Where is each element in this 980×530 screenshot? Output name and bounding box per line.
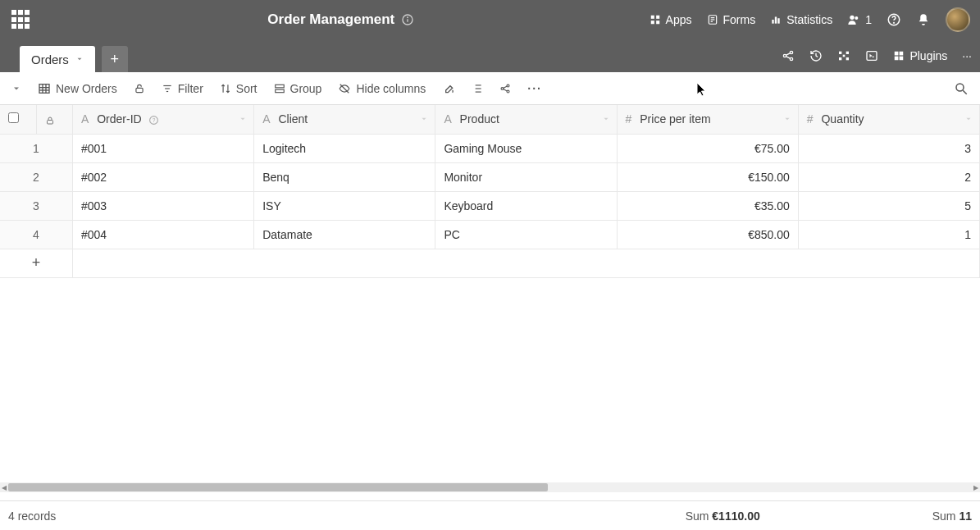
horizontal-scrollbar[interactable]: ◀ ▶ [0, 482, 980, 492]
history-icon[interactable] [809, 49, 823, 62]
table-row[interactable]: 1#001LogitechGaming Mouse€75.003 [0, 134, 980, 162]
svg-rect-5 [650, 21, 654, 24]
svg-rect-26 [846, 57, 849, 60]
column-header-lock[interactable] [36, 105, 72, 134]
grid-icon [38, 82, 51, 95]
cell-order-id[interactable]: #002 [72, 162, 253, 191]
cell-quantity[interactable]: 5 [798, 191, 979, 220]
scroll-track[interactable] [8, 483, 972, 491]
bell-icon[interactable] [916, 12, 931, 27]
table-row[interactable]: 2#002BenqMonitor€150.002 [0, 162, 980, 191]
row-number[interactable]: 3 [0, 191, 72, 220]
nav-statistics[interactable]: Statistics [770, 13, 832, 26]
cell-order-id[interactable]: #004 [72, 220, 253, 249]
cell-client[interactable]: Benq [254, 162, 435, 191]
column-header-product[interactable]: A Product [435, 105, 617, 134]
view-selector[interactable]: New Orders [38, 82, 117, 95]
cell-price[interactable]: €35.00 [617, 191, 798, 220]
nav-plugins[interactable]: Plugins [893, 49, 947, 62]
cell-product[interactable]: Monitor [435, 162, 617, 191]
column-label: Price per item [640, 112, 710, 126]
topbar: Order Management Apps Forms Statistics 1 [0, 0, 980, 39]
nav-forms[interactable]: Forms [707, 13, 756, 26]
chevron-down-icon[interactable] [964, 115, 973, 123]
svg-rect-59 [47, 120, 52, 124]
cell-quantity[interactable]: 2 [798, 162, 979, 191]
cell-client[interactable]: Logitech [254, 134, 435, 162]
chevron-down-icon[interactable] [783, 115, 791, 123]
cell-client[interactable]: Datamate [254, 220, 435, 249]
chevron-down-icon[interactable] [239, 115, 247, 123]
hide-columns-label: Hide columns [356, 82, 426, 95]
avatar[interactable] [946, 7, 970, 32]
add-table-button[interactable]: + [102, 46, 128, 72]
svg-line-58 [963, 90, 967, 94]
column-header-client[interactable]: A Client [254, 105, 435, 134]
cell-quantity[interactable]: 3 [798, 134, 979, 162]
cell-product[interactable]: Keyboard [435, 191, 617, 220]
add-row[interactable]: + [0, 249, 980, 277]
svg-line-22 [786, 57, 791, 59]
more-menu-icon[interactable]: ··· [962, 49, 972, 62]
page-title-text: Order Management [267, 11, 394, 28]
table-row[interactable]: 3#003ISYKeyboard€35.005 [0, 191, 980, 220]
sum-label: Sum [686, 509, 709, 523]
script-icon[interactable] [865, 49, 878, 62]
paint-icon[interactable] [442, 82, 455, 95]
svg-rect-3 [650, 16, 654, 19]
users-icon [847, 13, 860, 26]
cell-quantity[interactable]: 1 [798, 220, 979, 249]
cell-price[interactable]: €150.00 [617, 162, 798, 191]
scroll-thumb[interactable] [8, 483, 548, 491]
nav-plugins-label: Plugins [909, 49, 947, 62]
column-header-order-id[interactable]: A Order-ID ? [72, 105, 253, 134]
toolbar-more-icon[interactable]: ··· [527, 82, 542, 95]
share-view-icon[interactable] [499, 83, 511, 94]
column-header-quantity[interactable]: # Quantity [798, 105, 979, 134]
table-row[interactable]: 4#004DatamatePC€850.001 [0, 220, 980, 249]
svg-line-55 [504, 86, 508, 88]
svg-rect-33 [900, 57, 904, 61]
column-header-checkbox[interactable] [0, 105, 36, 134]
column-label: Product [460, 112, 499, 126]
cell-product[interactable]: Gaming Mouse [435, 134, 617, 162]
row-number[interactable]: 4 [0, 220, 72, 249]
chevron-down-icon[interactable] [420, 115, 428, 123]
filter-button[interactable]: Filter [162, 82, 203, 95]
cell-price[interactable]: €75.00 [617, 134, 798, 162]
search-icon[interactable] [954, 81, 969, 96]
nav-forms-label: Forms [723, 13, 756, 26]
select-all-checkbox[interactable] [8, 112, 19, 123]
tab-orders[interactable]: Orders [20, 46, 95, 72]
cell-order-id[interactable]: #001 [72, 134, 253, 162]
help-icon[interactable] [887, 12, 901, 27]
group-button[interactable]: Group [274, 82, 322, 95]
column-label: Order-ID [97, 112, 141, 126]
row-height-icon[interactable] [472, 83, 483, 94]
cell-order-id[interactable]: #003 [72, 191, 253, 220]
chevron-down-icon[interactable] [602, 115, 610, 123]
share-icon[interactable] [782, 49, 795, 62]
qty-sum: Sum 11 [932, 509, 972, 523]
nav-collaborators[interactable]: 1 [847, 13, 872, 26]
info-icon[interactable] [401, 13, 414, 26]
hide-columns-button[interactable]: Hide columns [338, 82, 426, 95]
sort-button[interactable]: Sort [220, 82, 258, 95]
row-number[interactable]: 2 [0, 162, 72, 191]
forms-icon [707, 14, 718, 25]
cell-client[interactable]: ISY [254, 191, 435, 220]
cell-product[interactable]: PC [435, 220, 617, 249]
column-header-price[interactable]: # Price per item [617, 105, 798, 134]
plugins-icon [893, 50, 905, 62]
nav-collaborators-count: 1 [865, 13, 872, 26]
scroll-right-icon[interactable]: ▶ [972, 484, 980, 491]
toolbar: New Orders Filter Sort Group Hide column… [0, 72, 980, 105]
row-number[interactable]: 1 [0, 134, 72, 162]
lock-icon[interactable] [134, 83, 145, 94]
chevron-down-icon[interactable] [11, 84, 21, 94]
automation-icon[interactable] [837, 49, 850, 62]
app-switcher-icon[interactable] [10, 8, 33, 31]
nav-apps[interactable]: Apps [650, 13, 692, 26]
cell-price[interactable]: €850.00 [617, 220, 798, 249]
scroll-left-icon[interactable]: ◀ [0, 484, 8, 491]
